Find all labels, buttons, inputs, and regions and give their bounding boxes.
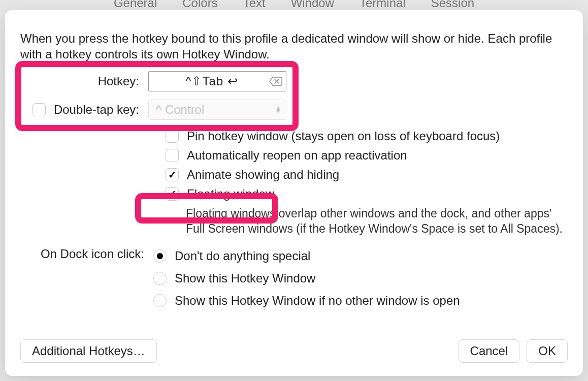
hotkey-clear-icon[interactable] <box>269 76 283 87</box>
cancel-button[interactable]: Cancel <box>459 339 520 363</box>
tab-text[interactable]: Text <box>243 0 266 9</box>
tab-terminal[interactable]: Terminal <box>360 0 406 9</box>
tab-colors[interactable]: Colors <box>182 0 217 9</box>
doubletap-label: Double-tap key: <box>54 103 139 117</box>
ok-button[interactable]: OK <box>527 339 568 363</box>
animate-checkbox[interactable] <box>166 168 179 181</box>
hotkey-value: ^⇧Tab ↩ <box>155 74 269 88</box>
dock-click-label: On Dock icon click: <box>20 245 153 261</box>
hotkey-config-sheet: When you press the hotkey bound to this … <box>5 10 583 376</box>
tab-window[interactable]: Window <box>291 0 334 9</box>
dock-radio-show-if-none-label: Show this Hotkey Window if no other wind… <box>175 294 460 308</box>
dock-radio-none-label: Don't do anything special <box>175 249 310 263</box>
doubletap-popup: ^ Control ▲▼ <box>148 100 286 120</box>
animate-label: Animate showing and hiding <box>187 168 339 182</box>
dock-radio-show-label: Show this Hotkey Window <box>175 271 315 285</box>
additional-hotkeys-button[interactable]: Additional Hotkeys… <box>20 339 157 363</box>
pin-checkbox[interactable] <box>166 130 179 143</box>
hotkey-label: Hotkey: <box>20 74 148 88</box>
intro-text: When you press the hotkey bound to this … <box>20 30 568 62</box>
floating-label: Floating window <box>187 187 274 201</box>
hotkey-recorder[interactable]: ^⇧Tab ↩ <box>148 71 286 91</box>
dock-radio-show[interactable] <box>153 272 167 285</box>
floating-checkbox[interactable] <box>166 187 179 201</box>
reopen-label: Automatically reopen on app reactivation <box>187 148 407 163</box>
popup-arrows-icon: ▲▼ <box>275 106 282 113</box>
reopen-checkbox[interactable] <box>166 149 179 162</box>
tab-general[interactable]: General <box>114 0 157 9</box>
dock-radio-show-if-none[interactable] <box>153 294 167 307</box>
dock-radio-none[interactable] <box>153 249 167 263</box>
tab-session[interactable]: Session <box>431 0 474 9</box>
pin-label: Pin hotkey window (stays open on loss of… <box>187 129 500 143</box>
floating-help-text: Floating windows overlap other windows a… <box>186 206 568 237</box>
doubletap-checkbox[interactable] <box>32 103 46 116</box>
doubletap-popup-value: ^ Control <box>156 103 204 117</box>
